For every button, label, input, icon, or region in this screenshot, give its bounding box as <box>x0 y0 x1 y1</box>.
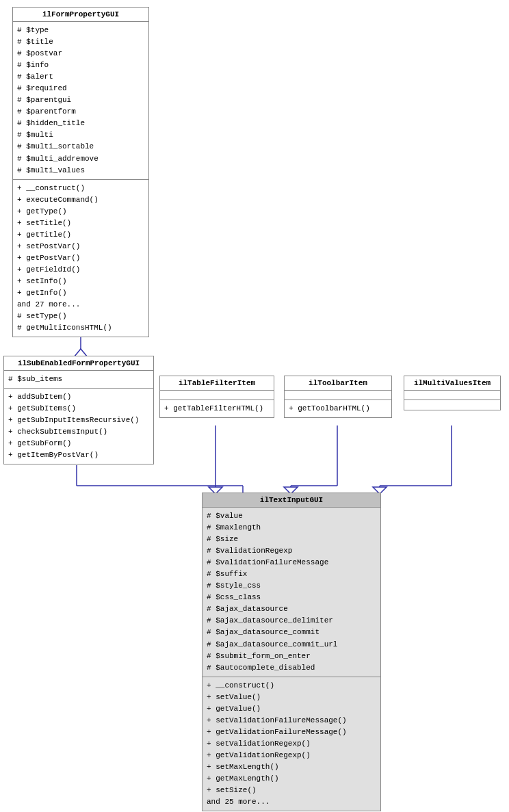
ilTableFilterItem-title: ilTableFilterItem <box>160 376 274 391</box>
ilMultiValuesItem-box: ilMultiValuesItem <box>404 376 501 410</box>
ilFormPropertyGUI-box: ilFormPropertyGUI # $type # $title # $po… <box>12 7 149 337</box>
ilSubEnabledFormPropertyGUI-methods: + addSubItem() + getSubItems() + getSubI… <box>4 389 153 464</box>
ilFormPropertyGUI-methods: + __construct() + executeCommand() + get… <box>13 180 148 337</box>
ilToolbarItem-methods: + getToolbarHTML() <box>285 400 391 417</box>
ilTextInputGUI-methods: + __construct() + setValue() + getValue(… <box>203 677 380 811</box>
ilTableFilterItem-attributes <box>160 391 274 400</box>
ilTableFilterItem-methods: + getTableFilterHTML() <box>160 400 274 417</box>
ilSubEnabledFormPropertyGUI-box: ilSubEnabledFormPropertyGUI # $sub_items… <box>3 356 154 464</box>
ilSubEnabledFormPropertyGUI-attributes: # $sub_items <box>4 371 153 389</box>
ilMultiValuesItem-title: ilMultiValuesItem <box>404 376 500 391</box>
ilFormPropertyGUI-attributes: # $type # $title # $postvar # $info # $a… <box>13 22 148 180</box>
ilTextInputGUI-box: ilTextInputGUI # $value # $maxlength # $… <box>202 493 381 811</box>
ilSubEnabledFormPropertyGUI-title: ilSubEnabledFormPropertyGUI <box>4 356 153 371</box>
ilToolbarItem-attributes <box>285 391 391 400</box>
ilFormPropertyGUI-title: ilFormPropertyGUI <box>13 8 148 22</box>
ilToolbarItem-title: ilToolbarItem <box>285 376 391 391</box>
ilMultiValuesItem-attributes <box>404 391 500 400</box>
ilTableFilterItem-box: ilTableFilterItem + getTableFilterHTML() <box>159 376 274 418</box>
ilTextInputGUI-title: ilTextInputGUI <box>203 493 380 508</box>
ilToolbarItem-box: ilToolbarItem + getToolbarHTML() <box>284 376 392 418</box>
diagram-container: ilFormPropertyGUI # $type # $title # $po… <box>0 0 509 812</box>
ilMultiValuesItem-methods <box>404 400 500 410</box>
ilTextInputGUI-attributes: # $value # $maxlength # $size # $validat… <box>203 508 380 677</box>
